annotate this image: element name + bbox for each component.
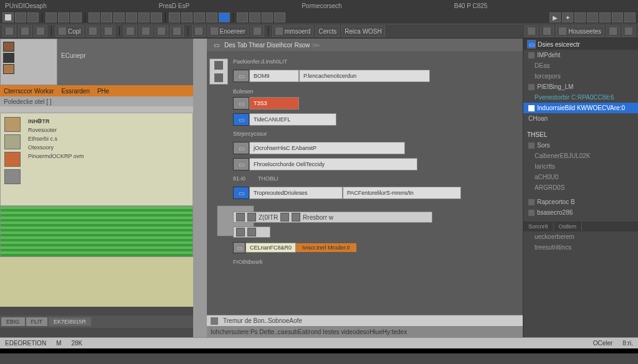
field-1b[interactable]: P.lencachencitcerdun (299, 70, 430, 82)
btn-f5[interactable]: ▭ (233, 187, 249, 199)
tool-r2[interactable] (540, 26, 554, 37)
file-item-2[interactable]: Otexsoory (28, 143, 189, 152)
menu-icon-8[interactable] (101, 12, 112, 22)
tool-3[interactable] (34, 26, 47, 37)
tool-2[interactable] (18, 26, 32, 37)
ci-1[interactable] (236, 213, 245, 222)
swatch-1[interactable] (3, 42, 14, 52)
btn-f1[interactable]: ▭ (233, 70, 249, 82)
r3-0[interactable]: Sors (523, 140, 638, 151)
r3-4[interactable]: ARGRD0S (523, 182, 638, 193)
tool-4[interactable] (86, 26, 100, 37)
swatch-2[interactable] (3, 53, 14, 63)
ltab-b[interactable]: FLIT (26, 317, 48, 326)
swatch-3[interactable] (3, 64, 14, 74)
menu-icon-1[interactable] (2, 12, 14, 22)
r3-2[interactable]: Iaricrtts (523, 161, 638, 172)
menu-icon-17[interactable] (237, 12, 248, 22)
file-item-1[interactable]: Ethserbi c.s (28, 134, 189, 143)
menu-icon-16[interactable] (206, 12, 217, 22)
menu-icon-blue[interactable] (219, 12, 230, 22)
tool-en[interactable]: Enoereer (207, 26, 249, 37)
tool-copl[interactable]: Copl (55, 26, 84, 37)
field-2[interactable]: T3S3 (249, 97, 299, 110)
ltab-a[interactable]: EBIG (1, 317, 25, 326)
field-5b[interactable]: PACFentorelilorS-mrens/tn (343, 187, 461, 199)
menu-icon-12[interactable] (151, 12, 162, 22)
mid-divider[interactable] (193, 39, 207, 337)
orange-tab-b[interactable]: Essrarden (61, 88, 90, 95)
tool-6[interactable] (123, 26, 137, 37)
ritem-1[interactable]: DEas (523, 60, 638, 71)
menu-icon-13[interactable] (169, 12, 180, 22)
ltab-c[interactable]: EK7EI8915R (49, 317, 91, 326)
tool-10[interactable] (192, 26, 206, 37)
ci-5[interactable] (236, 228, 245, 236)
menu-icon-10[interactable] (126, 12, 137, 22)
menu-icon-15[interactable] (194, 12, 205, 22)
tool-mm[interactable]: mmsoerd (272, 26, 314, 37)
menu-icon-18[interactable] (249, 12, 260, 22)
r4-0[interactable]: Rapceortoc B (523, 197, 638, 207)
tool-r4[interactable] (622, 26, 636, 37)
strip-icon-1[interactable] (214, 61, 223, 70)
file-item-0[interactable]: Rovesooter (28, 126, 189, 134)
orange-tab-c[interactable]: PHe (97, 88, 109, 95)
ci-6[interactable] (247, 228, 256, 236)
menu-icon-r3[interactable] (574, 12, 586, 22)
orange-tab-a[interactable]: Cterrsccor Worksr (4, 88, 54, 95)
thumb-2[interactable] (4, 134, 21, 149)
ritem-2[interactable]: torcepors (523, 71, 638, 82)
menu-icon-14[interactable] (181, 12, 193, 22)
r5-0[interactable]: ueckoerberem (523, 231, 638, 242)
tool-ce[interactable]: Cercts (315, 26, 340, 37)
of-value[interactable]: Iviscr.trerl Mroder.0 (296, 243, 356, 252)
field-1a[interactable]: BOM9 (249, 70, 299, 82)
tool-8[interactable] (155, 26, 168, 37)
menu-icon-5[interactable] (58, 12, 69, 22)
tool-11[interactable] (250, 26, 264, 37)
thumb-1[interactable] (4, 117, 21, 132)
rtab-a[interactable]: Sorcnr8 (523, 222, 554, 231)
tool-r3[interactable] (606, 26, 620, 37)
tool-5[interactable] (102, 26, 115, 37)
ritem-5[interactable]: CHoan (523, 113, 638, 124)
ci-3[interactable] (280, 213, 289, 222)
menu-icon-r4[interactable] (587, 12, 598, 22)
ci-2[interactable] (247, 213, 256, 222)
field-4a[interactable]: jOcrohserHisC EAbanstP (249, 142, 405, 154)
file-item-3[interactable]: PinoermdOCKRP ovm (28, 152, 189, 161)
tool-7[interactable] (139, 26, 153, 37)
r3-3[interactable]: aCH0U0 (523, 172, 638, 182)
menu-icon-20[interactable] (274, 12, 285, 22)
menu-icon-3[interactable] (27, 12, 39, 22)
menu-icon-r1[interactable]: ▶ (550, 12, 561, 22)
thumb-3[interactable] (4, 152, 21, 167)
menu-icon-6[interactable] (70, 12, 82, 22)
ritem-3[interactable]: PIEĭBing_LM (523, 82, 638, 92)
tool-ho[interactable]: Housseetes (556, 26, 604, 37)
menu-icon-11[interactable] (138, 12, 150, 22)
r5-1[interactable]: treesutriitincs (523, 242, 638, 253)
field-5a[interactable]: TropreoutedDrioleses (249, 187, 343, 199)
of-icon[interactable]: ▭ (233, 242, 245, 253)
menu-icon-9[interactable] (113, 12, 125, 22)
menu-icon-r7[interactable] (624, 12, 636, 22)
r4-1[interactable]: bsasecro286 (523, 207, 638, 218)
tool-9[interactable] (170, 26, 184, 37)
green-grid[interactable] (0, 206, 193, 257)
field-3[interactable]: TideCANUEFL (249, 113, 336, 126)
tool-1[interactable] (2, 26, 16, 37)
tool-r1[interactable] (525, 26, 538, 37)
menu-icon-4[interactable] (45, 12, 57, 22)
menu-icon-7[interactable] (88, 12, 100, 22)
menu-icon-r6[interactable] (612, 12, 623, 22)
rtab-b[interactable]: Ostlem (554, 222, 583, 231)
btn-f2[interactable]: ▭ (233, 97, 249, 110)
menu-icon-r5[interactable] (599, 12, 611, 22)
menu-icon-19[interactable] (262, 12, 273, 22)
thumb-4[interactable] (4, 169, 21, 184)
ritem-4[interactable]: Pvenestorbir C:RPA0CC8it:6 (523, 92, 638, 103)
r3-1[interactable]: CaibenerEBJUL02K (523, 151, 638, 161)
ritem-selected[interactable]: InduorrsieBild KWWOECVAre:0 (523, 103, 638, 113)
